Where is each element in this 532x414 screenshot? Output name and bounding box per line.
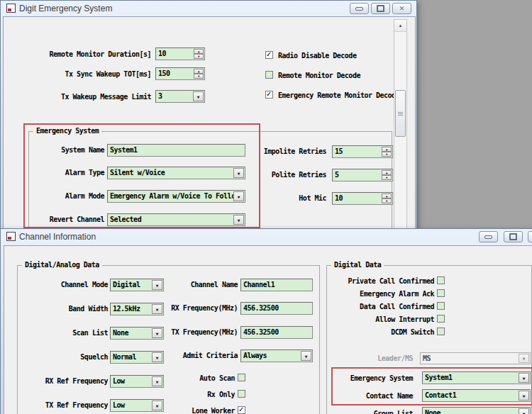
lone-worker-checkbox[interactable]	[238, 406, 245, 414]
minimize-button[interactable]	[350, 3, 369, 14]
scan-list-value: None	[113, 329, 128, 337]
spinner-down-icon[interactable]	[382, 175, 392, 180]
scrollbar-thumb[interactable]	[395, 90, 406, 137]
spinner-up-icon[interactable]	[382, 170, 392, 175]
window1-title: Digit Emergency System	[19, 4, 112, 13]
tx-ref-frequency-label: TX Ref Frequency	[11, 401, 108, 409]
remote-monitor-duration-label: Remote Monitor Duration[s]	[18, 50, 151, 58]
alarm-mode-label: Alarm Mode	[18, 192, 104, 200]
remote-monitor-decode-checkbox[interactable]	[265, 71, 273, 79]
window2-titlebar[interactable]: Channel Information	[1, 229, 532, 245]
close-button[interactable]	[528, 231, 532, 242]
alarm-type-label: Alarm Type	[18, 169, 104, 177]
auto-scan-checkbox[interactable]	[238, 374, 245, 381]
close-button[interactable]	[392, 3, 411, 14]
tx-wakeup-message-limit-label: Tx Wakeup Message Limit	[18, 93, 151, 101]
rx-frequency-value: 456.32500	[243, 304, 279, 312]
dcdm-switch-checkbox[interactable]	[437, 328, 445, 335]
tx-wakeup-message-limit-select[interactable]: 3	[155, 90, 205, 103]
scan-list-label: Scan List	[11, 329, 108, 337]
rx-frequency-input[interactable]: 456.32500	[240, 302, 313, 315]
emergency-system-label: Emergency System	[309, 374, 413, 382]
spinner-up-icon[interactable]	[194, 69, 204, 74]
channel-information-window: Channel Information Digital/Analog Data …	[0, 228, 532, 414]
spinner-down-icon[interactable]	[382, 198, 392, 203]
auto-scan-label: Auto Scan	[111, 374, 235, 382]
channel-name-label: Channel Name	[132, 281, 238, 289]
group-list-label: Group List	[309, 410, 413, 414]
emergency-system-select[interactable]: System1	[422, 371, 531, 384]
alarm-mode-select[interactable]: Emergency Alarm w/Voice To Follo	[107, 190, 245, 203]
spinner-up-icon[interactable]	[382, 194, 392, 198]
private-call-confirmed-checkbox[interactable]	[437, 276, 445, 284]
system-name-input[interactable]: System1	[107, 144, 245, 157]
dropdown-arrow-icon[interactable]	[233, 215, 244, 225]
minimize-button[interactable]	[479, 231, 498, 242]
tx-frequency-value: 456.32500	[243, 328, 279, 336]
maximize-icon	[377, 5, 384, 12]
polite-retries-value: 5	[335, 171, 339, 179]
vertical-scrollbar[interactable]	[394, 19, 407, 230]
impolite-retries-value: 15	[335, 147, 343, 155]
revert-channel-value: Selected	[110, 216, 141, 223]
minimize-icon	[484, 235, 492, 239]
tx-wakeup-message-limit-value: 3	[158, 92, 162, 100]
alarm-mode-value: Emergency Alarm w/Voice To Follo	[110, 192, 235, 200]
impolite-retries-spinner[interactable]: 15	[332, 145, 393, 158]
hot-mic-spinner[interactable]: 10	[332, 192, 393, 205]
remote-monitor-duration-spinner[interactable]: 10	[155, 47, 205, 60]
emergency-system-group-title: Emergency System	[33, 127, 101, 135]
tx-sync-wakeup-tot-spinner[interactable]: 150	[155, 67, 205, 80]
radio-disable-decode-label: Radio Disable Decode	[278, 52, 356, 60]
emergency-alarm-ack-label: Emergency Alarm Ack	[309, 290, 434, 298]
emergency-system-value: System1	[425, 374, 453, 381]
maximize-button[interactable]	[504, 231, 523, 242]
spinner-up-icon[interactable]	[194, 49, 204, 54]
window2-client-area: Digital/Analog Data Channel Mode Digital…	[4, 245, 532, 414]
window1-titlebar[interactable]: Digit Emergency System	[1, 1, 416, 16]
spinner-down-icon[interactable]	[194, 74, 204, 79]
leader-ms-value: MS	[423, 354, 431, 362]
contact-name-value: Contact1	[425, 391, 456, 399]
emergency-alarm-ack-checkbox[interactable]	[437, 289, 445, 297]
private-call-confirmed-label: Private Call Confirmed	[309, 277, 434, 285]
scrollbar-up-icon[interactable]	[394, 20, 406, 32]
dropdown-arrow-icon[interactable]	[519, 408, 529, 414]
spinner-up-icon[interactable]	[382, 147, 392, 152]
data-call-confirmed-checkbox[interactable]	[437, 302, 445, 310]
emergency-remote-monitor-decode-label: Emergency Remote Monitor Decode	[278, 91, 399, 99]
system-name-value: System1	[110, 146, 138, 154]
leader-ms-label: Leader/MS	[309, 354, 413, 362]
contact-name-select[interactable]: Contact1	[422, 389, 531, 402]
maximize-button[interactable]	[371, 3, 390, 14]
admit-criteria-select[interactable]: Always	[240, 349, 313, 362]
alarm-type-select[interactable]: Silent w/Voice	[107, 167, 245, 179]
polite-retries-spinner[interactable]: 5	[332, 169, 393, 181]
dropdown-arrow-icon[interactable]	[519, 373, 529, 383]
admit-criteria-value: Always	[243, 352, 267, 359]
dropdown-arrow-icon[interactable]	[519, 391, 529, 401]
spinner-down-icon[interactable]	[382, 152, 392, 157]
revert-channel-select[interactable]: Selected	[107, 213, 245, 226]
remote-monitor-decode-label: Remote Monitor Decode	[278, 72, 360, 79]
minimize-icon	[355, 7, 363, 11]
emergency-remote-monitor-decode-checkbox[interactable]	[265, 91, 273, 99]
window2-title: Channel Information	[19, 232, 96, 242]
data-call-confirmed-label: Data Call Confirmed	[309, 303, 434, 310]
dropdown-arrow-icon[interactable]	[193, 91, 204, 101]
channel-name-input[interactable]: Channel1	[240, 279, 313, 291]
spinner-down-icon[interactable]	[194, 54, 204, 59]
tx-frequency-input[interactable]: 456.32500	[240, 326, 313, 339]
remote-monitor-duration-value: 10	[158, 50, 166, 57]
group-list-select[interactable]: None	[422, 407, 531, 414]
rx-only-checkbox[interactable]	[238, 390, 245, 398]
tx-sync-wakeup-tot-value: 150	[158, 69, 170, 77]
impolite-retries-label: Impolite Retries	[231, 147, 326, 155]
allow-interrupt-label: Allow Interrupt	[309, 315, 434, 323]
tx-frequency-label: TX Frequency(MHz)	[132, 328, 238, 336]
rx-frequency-label: RX Frequency(MHz)	[132, 304, 238, 312]
maximize-icon	[509, 233, 517, 240]
allow-interrupt-checkbox[interactable]	[437, 315, 445, 323]
digital-analog-data-group-title: Digital/Analog Data	[22, 261, 102, 269]
radio-disable-decode-checkbox[interactable]	[265, 51, 273, 59]
